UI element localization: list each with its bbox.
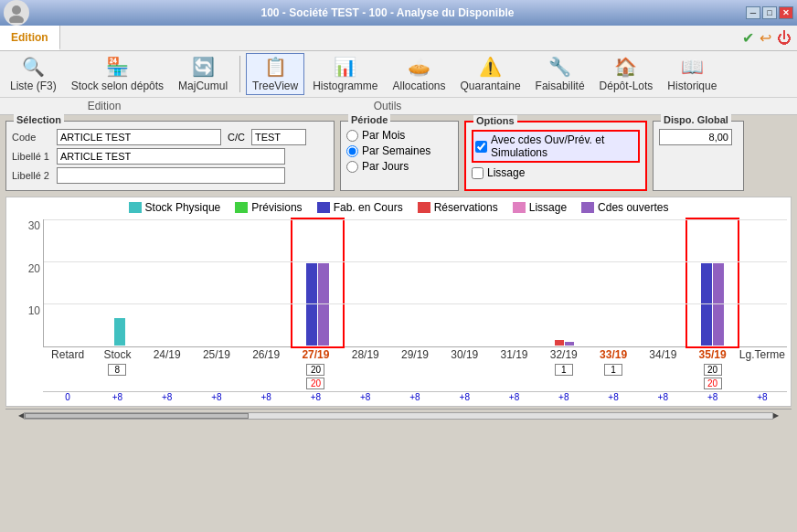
menu-tab-edition[interactable]: Edition [0, 26, 60, 50]
bar-col-3419 [638, 219, 687, 346]
bar-3219-cdes [565, 342, 574, 346]
scrollbar-track[interactable] [24, 412, 773, 420]
bar-2719-cdes [318, 263, 329, 346]
periode-mois-option[interactable]: Par Mois [346, 129, 452, 142]
title-bar-left [4, 0, 29, 26]
chart-container: Stock Physique Prévisions Fab. en Cours … [5, 197, 792, 407]
avatar [4, 0, 29, 26]
plus8-2419[interactable]: +8 [143, 392, 192, 402]
plus8-row: 0 +8 +8 +8 +8 +8 +8 +8 +8 +8 +8 +8 +8 +8… [43, 391, 787, 402]
bar-col-2419 [145, 219, 195, 346]
toolbar-section-labels: Edition Outils [0, 97, 797, 114]
chart-icon: 📊 [334, 56, 356, 78]
plus8-3219[interactable]: +8 [539, 392, 589, 402]
plus8-3319[interactable]: +8 [589, 392, 638, 402]
chart-legend: Stock Physique Prévisions Fab. en Cours … [10, 201, 787, 214]
plus8-2519[interactable]: +8 [192, 392, 241, 402]
quarantine-icon: ⚠️ [479, 56, 502, 78]
bar-col-2919 [392, 219, 441, 346]
plus8-2819[interactable]: +8 [341, 392, 390, 402]
toolbar-buttons-row: 🔍 Liste (F3) 🏪 Stock selon dépôts 🔄 MajC… [0, 51, 797, 97]
libelle2-label: Libellé 2 [12, 170, 53, 181]
toolbar-btn-depot-lots[interactable]: 🏠 Dépôt-Lots [593, 53, 660, 95]
libelle2-input[interactable] [57, 167, 285, 184]
plus8-3519[interactable]: +8 [687, 392, 737, 402]
libelle1-input[interactable] [57, 148, 285, 165]
val2-stock [92, 377, 142, 389]
col-labels-row: Retard Stock 24/19 25/19 26/19 27/19 28/… [43, 348, 787, 361]
window-close-btn[interactable]: ✕ [779, 6, 793, 19]
toolbar-btn-faisabilite[interactable]: 🔧 Faisabilité [529, 53, 591, 95]
cc-input[interactable] [251, 129, 306, 145]
val-box-stock: 8 [108, 364, 126, 376]
dispo-global-panel: Dispo. Global [653, 121, 744, 191]
options-checkbox-ouv[interactable]: Avec cdes Ouv/Prév. et Simulations [475, 133, 636, 159]
periode-semaines-radio[interactable] [346, 145, 358, 157]
val1-2519 [192, 363, 241, 376]
plus8-3019[interactable]: +8 [440, 392, 489, 402]
scrollbar-thumb[interactable] [25, 413, 249, 419]
toolbar-btn-majcumul[interactable]: 🔄 MajCumul [172, 53, 234, 95]
back-icon[interactable]: ↩ [760, 29, 771, 47]
toolbar-btn-histogramme[interactable]: 📊 Histogramme [306, 53, 384, 95]
legend-lissage-color [513, 202, 526, 213]
plus8-3419[interactable]: +8 [638, 392, 687, 402]
toolbar-btn-allocations[interactable]: 🥧 Allocations [387, 53, 452, 95]
code-input[interactable] [57, 129, 221, 145]
dispo-global-input[interactable] [659, 129, 732, 145]
periode-jours-option[interactable]: Par Jours [346, 160, 452, 173]
lissage-checkbox[interactable] [472, 167, 484, 179]
power-icon[interactable]: ⏻ [777, 30, 792, 47]
save-icon[interactable]: ✔ [742, 29, 754, 47]
options-checkbox-lissage[interactable]: Lissage [472, 166, 640, 179]
window-restore-btn[interactable]: □ [762, 6, 777, 19]
bar-group-3219 [555, 340, 574, 346]
periode-mois-radio[interactable] [346, 130, 358, 142]
col-label-3119: 31/19 [489, 348, 538, 361]
val-box-3519: 20 [704, 364, 722, 376]
horizontal-scrollbar[interactable]: ◀ ▶ [5, 409, 792, 421]
window-minimize-btn[interactable]: ─ [746, 6, 760, 19]
col-label-3319: 33/19 [589, 348, 638, 361]
val2-2719: 20 [291, 377, 340, 389]
col-label-2519: 25/19 [192, 348, 241, 361]
bar-col-2519 [195, 219, 244, 346]
plus8-2919[interactable]: +8 [390, 392, 440, 402]
scroll-right-btn[interactable]: ▶ [773, 411, 779, 420]
plus8-lgterme[interactable]: +8 [738, 392, 787, 402]
ouv-checkbox[interactable] [475, 141, 487, 153]
plus8-2619[interactable]: +8 [241, 392, 291, 402]
plus8-retard[interactable]: 0 [43, 392, 92, 402]
plus8-3119[interactable]: +8 [489, 392, 538, 402]
val1-lgterme [738, 363, 787, 376]
dispo-global-content [659, 129, 738, 145]
col-label-2719: 27/19 [291, 348, 340, 361]
col-label-2419: 24/19 [143, 348, 192, 361]
toolbar-btn-liste[interactable]: 🔍 Liste (F3) [4, 53, 63, 95]
main-content: Sélection Code C/C Libellé 1 Libellé 2 [0, 115, 797, 427]
periode-jours-radio[interactable] [346, 161, 358, 173]
val1-3519: 20 [687, 363, 737, 376]
toolbar-btn-stock[interactable]: 🏪 Stock selon dépôts [65, 53, 170, 95]
dispo-global-title: Dispo. Global [661, 114, 731, 125]
depot-icon: 🏠 [614, 56, 637, 78]
plus8-stock[interactable]: +8 [92, 392, 142, 402]
toolbar-btn-treeview[interactable]: 📋 TreeView [246, 53, 304, 95]
code-label: Code [12, 132, 53, 143]
col-label-2819: 28/19 [341, 348, 390, 361]
plus8-2719[interactable]: +8 [291, 392, 340, 402]
code-row: Code C/C [12, 129, 328, 145]
periode-panel: Période Par Mois Par Semaines Par Jours [340, 121, 459, 191]
val1-3219: 1 [539, 363, 589, 376]
toolbar-btn-historique[interactable]: 📖 Historique [661, 53, 723, 95]
val-box-2719: 20 [306, 364, 324, 376]
legend-stock-physique: Stock Physique [129, 201, 221, 214]
col-label-retard: Retard [43, 348, 92, 361]
selection-panel-content: Code C/C Libellé 1 Libellé 2 [12, 129, 328, 184]
bar-col-2719 [292, 219, 344, 346]
toolbar-btn-quarantaine[interactable]: ⚠️ Quarantaine [454, 53, 527, 95]
legend-previsions: Prévisions [235, 201, 302, 214]
val1-3419 [638, 363, 687, 376]
periode-semaines-option[interactable]: Par Semaines [346, 144, 452, 157]
val2-2919 [390, 377, 440, 389]
